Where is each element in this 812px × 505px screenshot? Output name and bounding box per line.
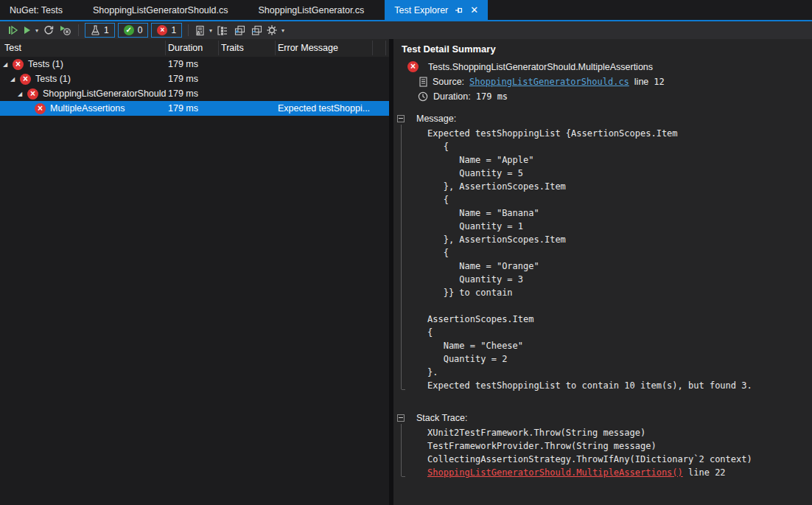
test-full-name: Tests.ShoppingListGeneratorShould.Multip… bbox=[428, 62, 653, 72]
test-row-duration: 179 ms bbox=[168, 74, 198, 84]
column-header-test[interactable]: Test bbox=[4, 39, 21, 57]
repeat-last-run-button[interactable] bbox=[40, 22, 57, 38]
expander-icon[interactable]: ◢ bbox=[3, 61, 13, 68]
test-row-duration: 179 ms bbox=[168, 88, 198, 99]
column-header-error-message[interactable]: Error Message bbox=[278, 39, 338, 57]
stack-frame-link[interactable]: ShoppingListGeneratorShould.MultipleAsse… bbox=[427, 467, 683, 478]
tab-label: Test Explorer bbox=[394, 5, 448, 15]
x-glyph: × bbox=[23, 74, 28, 83]
filter-passed-tests-toggle[interactable]: ✓ 0 bbox=[118, 23, 149, 38]
pin-icon[interactable] bbox=[455, 6, 463, 15]
toolbar-separator bbox=[188, 24, 189, 36]
source-line-label: line bbox=[634, 77, 648, 87]
passed-count: 0 bbox=[138, 25, 143, 35]
failed-test-icon: × bbox=[20, 74, 31, 85]
test-row-duration: 179 ms bbox=[168, 103, 198, 114]
settings-button[interactable]: ▾ bbox=[265, 22, 286, 38]
column-divider[interactable] bbox=[385, 41, 386, 55]
message-line: }. bbox=[427, 366, 812, 379]
column-divider[interactable] bbox=[165, 41, 166, 55]
test-row-label: MultipleAssertions bbox=[50, 103, 125, 114]
settings-dropdown-caret-icon[interactable]: ▾ bbox=[281, 27, 284, 34]
stack-frame: TestFrameworkProvider.Throw(String messa… bbox=[427, 439, 812, 453]
message-body: Expected testShoppingList {AssertionScop… bbox=[427, 127, 812, 392]
collapse-toggle-icon[interactable] bbox=[397, 414, 405, 422]
duration-row: Duration: 179 ms bbox=[418, 91, 812, 102]
test-row[interactable]: ◢×Tests (1)179 ms bbox=[0, 57, 389, 72]
message-line: Name = "Banana" bbox=[427, 206, 812, 220]
failed-test-icon: × bbox=[27, 88, 38, 100]
message-line: }, AssertionScopes.Item bbox=[427, 180, 812, 193]
tab-label: ShoppingListGenerator.cs bbox=[259, 5, 365, 15]
filter-failed-tests-toggle[interactable]: × 1 bbox=[151, 23, 182, 38]
column-header-traits[interactable]: Traits bbox=[221, 39, 244, 57]
outline-guide-line bbox=[401, 424, 402, 476]
outline-guide-tick bbox=[402, 476, 405, 477]
test-row-label: Tests (1) bbox=[35, 74, 71, 84]
source-file-link[interactable]: ShoppingListGeneratorShould.cs bbox=[469, 77, 629, 87]
filter-total-tests-toggle[interactable]: 1 bbox=[85, 23, 115, 38]
expander-icon[interactable]: ◢ bbox=[18, 91, 27, 97]
failed-test-name-row: × Tests.ShoppingListGeneratorShould.Mult… bbox=[407, 61, 812, 72]
test-grid-header: Test Duration Traits Error Message bbox=[0, 39, 389, 57]
failed-count: 1 bbox=[171, 25, 176, 35]
playlist-button[interactable]: ▾ bbox=[193, 22, 214, 38]
tab-test-explorer[interactable]: Test Explorer ✕ bbox=[385, 0, 488, 20]
tab-strip: NuGet: Tests ShoppingListGeneratorShould… bbox=[0, 0, 812, 20]
test-row-label: Tests (1) bbox=[28, 59, 63, 69]
message-line: { bbox=[427, 140, 812, 153]
message-line: Expected testShoppingList to contain 10 … bbox=[427, 379, 812, 392]
test-detail-panel: Test Detail Summary × Tests.ShoppingList… bbox=[393, 39, 812, 505]
message-line: Quantity = 3 bbox=[427, 273, 812, 286]
failed-test-icon: × bbox=[13, 59, 24, 70]
message-line: }, AssertionScopes.Item bbox=[427, 233, 812, 246]
column-divider[interactable] bbox=[372, 41, 373, 55]
window-layout-button[interactable] bbox=[248, 22, 265, 38]
column-divider[interactable] bbox=[275, 41, 276, 55]
tab-shoppinglistgenerator-cs[interactable]: ShoppingListGenerator.cs bbox=[249, 0, 374, 20]
clock-icon bbox=[418, 91, 428, 102]
test-row[interactable]: ×MultipleAssertions179 msExpected testSh… bbox=[0, 101, 389, 116]
column-header-duration[interactable]: Duration bbox=[168, 39, 203, 57]
source-label: Source: bbox=[433, 77, 464, 87]
new-window-button[interactable] bbox=[231, 22, 248, 38]
expander-icon[interactable]: ◢ bbox=[10, 76, 20, 83]
run-test-button[interactable]: ▾ bbox=[21, 22, 40, 38]
source-row: Source: ShoppingListGeneratorShould.cs l… bbox=[419, 77, 812, 87]
tab-label: NuGet: Tests bbox=[10, 5, 63, 15]
failed-x-icon: × bbox=[157, 25, 167, 35]
tab-shoppinglistgeneratorshould-cs[interactable]: ShoppingListGeneratorShould.cs bbox=[83, 0, 237, 20]
column-divider[interactable] bbox=[218, 41, 219, 55]
x-glyph: × bbox=[38, 104, 43, 113]
stack-frame: CollectingAssertionStrategy.ThrowIfAny(I… bbox=[427, 453, 812, 466]
run-dropdown-caret-icon[interactable]: ▾ bbox=[35, 27, 38, 34]
collapse-toggle-icon[interactable] bbox=[397, 115, 405, 122]
run-all-tests-button[interactable] bbox=[4, 22, 21, 38]
stack-frame-line-number: line 22 bbox=[683, 467, 726, 478]
error-status-icon: × bbox=[407, 61, 419, 72]
message-line: Quantity = 5 bbox=[427, 167, 812, 180]
outline-guide-line bbox=[401, 125, 402, 389]
message-line bbox=[427, 299, 812, 313]
message-line: Quantity = 1 bbox=[427, 220, 812, 233]
message-line: Name = "Apple" bbox=[427, 153, 812, 167]
message-line: AssertionScopes.Item bbox=[427, 313, 812, 326]
group-by-button[interactable] bbox=[214, 22, 231, 38]
duration-label: Duration: bbox=[433, 91, 471, 102]
failed-test-icon: × bbox=[35, 103, 46, 114]
stack-frame: ShoppingListGeneratorShould.MultipleAsse… bbox=[427, 466, 812, 479]
test-row[interactable]: ◢×ShoppingListGeneratorShould179 ms bbox=[0, 86, 389, 101]
test-row[interactable]: ◢×Tests (1)179 ms bbox=[0, 72, 389, 86]
x-glyph: × bbox=[30, 89, 35, 98]
stack-trace-header: Stack Trace: bbox=[416, 411, 812, 425]
document-icon bbox=[419, 77, 427, 87]
tab-nuget-tests[interactable]: NuGet: Tests bbox=[0, 0, 72, 20]
tab-label: ShoppingListGeneratorShould.cs bbox=[93, 5, 228, 15]
message-line: Name = "Orange" bbox=[427, 260, 812, 273]
close-icon[interactable]: ✕ bbox=[470, 5, 478, 15]
playlist-dropdown-caret-icon[interactable]: ▾ bbox=[209, 27, 212, 34]
test-tree: ◢×Tests (1)179 ms◢×Tests (1)179 ms◢×Shop… bbox=[0, 57, 389, 505]
cancel-test-run-button[interactable] bbox=[57, 22, 74, 38]
passed-check-icon: ✓ bbox=[124, 25, 134, 35]
total-count: 1 bbox=[104, 25, 109, 35]
